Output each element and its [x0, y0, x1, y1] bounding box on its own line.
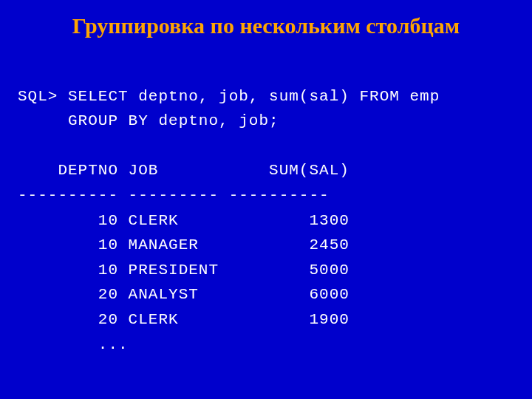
code-line: ---------- --------- ---------- — [18, 187, 330, 204]
code-line: GROUP BY deptno, job; — [18, 112, 279, 129]
code-line: DEPTNO JOB SUM(SAL) — [18, 162, 349, 179]
code-line: 10 PRESIDENT 5000 — [18, 262, 349, 279]
code-line: ... — [18, 336, 129, 353]
code-line: 20 CLERK 1900 — [18, 311, 349, 328]
code-line: 10 CLERK 1300 — [18, 212, 349, 229]
slide-title: Группировка по нескольким столбцам — [0, 0, 532, 59]
code-line: SQL> SELECT deptno, job, sum(sal) FROM e… — [18, 88, 440, 105]
code-line: 20 ANALYST 6000 — [18, 286, 349, 303]
sql-code-block: SQL> SELECT deptno, job, sum(sal) FROM e… — [0, 59, 532, 357]
code-line: 10 MANAGER 2450 — [18, 236, 349, 253]
